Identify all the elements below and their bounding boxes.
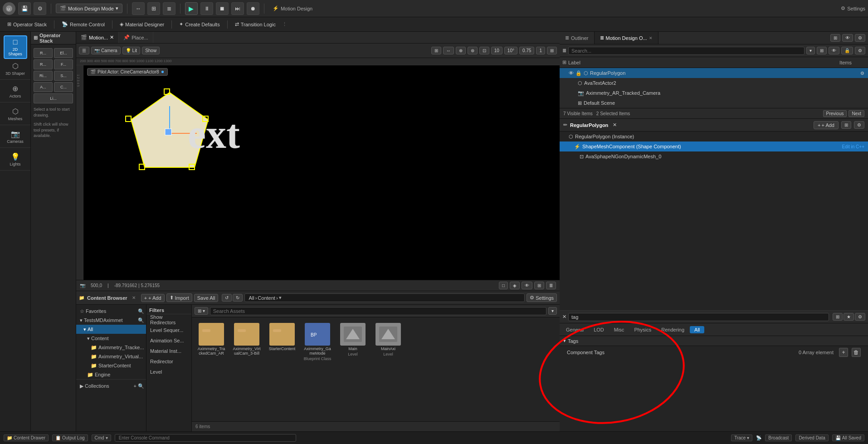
cb-axtrack[interactable]: 📁 Aximmetry_Tracke... — [76, 343, 146, 352]
save-icon-btn[interactable]: 💾 — [18, 2, 31, 15]
viewport-canvas[interactable]: 1 2 3 4 5 🎬 Pilot Actor: CineCameraActor… — [76, 65, 560, 280]
outliner-tab[interactable]: ≣ Outliner — [560, 32, 595, 44]
cb-nav-back[interactable]: ↺ — [222, 294, 232, 302]
vp-icon-5[interactable]: ⊡ — [479, 47, 489, 54]
cb-settings-btn[interactable]: ⚙ Settings — [527, 293, 557, 302]
asset-mainaxi[interactable]: MainAxi Level — [372, 321, 404, 363]
filter-physics[interactable]: Physics — [629, 326, 656, 333]
asset-main[interactable]: Main Level — [337, 321, 369, 363]
stop-btn[interactable]: ⏹ — [216, 2, 229, 15]
details-add-btn[interactable]: + + Add — [814, 121, 839, 129]
filter-lod[interactable]: LOD — [589, 326, 609, 333]
outliner-action-3[interactable]: ⚙ — [855, 34, 865, 42]
md-tab-close[interactable]: ✕ — [649, 36, 653, 40]
play-btn[interactable]: ▶ — [185, 2, 198, 15]
vp-status-btn2[interactable]: ◈ — [510, 282, 520, 289]
fav-search[interactable]: 🔍 — [138, 308, 144, 314]
grid-btn[interactable]: ⊞ — [147, 2, 160, 15]
create-defaults-btn[interactable]: ✦ Create Defaults — [176, 20, 223, 29]
vp-icon-1[interactable]: ⊞ — [431, 47, 441, 54]
details-shape-mesh[interactable]: ⚡ ShapeMeshComponent (Shape Component) E… — [560, 141, 868, 151]
rec-btn[interactable]: ⏺ — [247, 2, 259, 15]
tags-action-2[interactable]: ★ — [844, 313, 854, 321]
filter-levelseq[interactable]: Level Sequer... — [147, 325, 190, 335]
viewport-settings-btn[interactable]: ☰ — [79, 47, 89, 54]
camera-btn[interactable]: 📷 Camera — [91, 47, 121, 54]
sidebar-item-lights[interactable]: 💡 Lights — [4, 151, 27, 168]
sidebar-item-meshes[interactable]: ⬡ Meshes — [4, 105, 27, 123]
tags-action-3[interactable]: ⚙ — [855, 313, 865, 321]
skip-btn[interactable]: ⏭ — [231, 2, 244, 15]
rp-gear[interactable]: ⚙ — [860, 71, 864, 76]
vtab-motion-close[interactable]: ✕ — [110, 34, 114, 40]
sidebar-item-cameras[interactable]: 📷 Cameras — [4, 128, 27, 146]
derived-data-btn[interactable]: Derived Data — [795, 434, 828, 441]
vis-icon[interactable]: 👁 — [569, 70, 574, 76]
lit-btn[interactable]: 💡 Lit — [122, 47, 141, 54]
details-menu-2[interactable]: ⚙ — [854, 121, 864, 129]
outliner-default-scene[interactable]: ⊞ Default Scene — [560, 98, 868, 108]
operator-stack-btn[interactable]: ⊞ Operator Stack — [4, 20, 50, 29]
asset-starter[interactable]: StarterContent — [266, 321, 298, 363]
tag-add-btn[interactable]: + — [839, 348, 848, 357]
filter-rendering[interactable]: Rendering — [657, 326, 689, 333]
trace-btn[interactable]: Trace ▾ — [731, 434, 752, 441]
filter-misc[interactable]: Misc — [610, 326, 629, 333]
outliner-ar-camera[interactable]: 📷 Aximmetry_AR_Tracked_Camera — [560, 88, 868, 98]
cb-content[interactable]: ▾ Content — [76, 334, 146, 343]
coll-add[interactable]: + — [134, 383, 137, 389]
cb-engine[interactable]: 📁 Engine — [76, 370, 146, 379]
tool-el1[interactable]: El... — [54, 48, 73, 58]
prev-btn[interactable]: Previous — [823, 110, 847, 117]
outliner-regular-polygon[interactable]: 👁 🔒 ⬡ RegularPolygon ⚙ — [560, 68, 868, 78]
filter-general[interactable]: General — [561, 326, 588, 333]
outliner-action-2[interactable]: 👁 — [842, 34, 853, 42]
cb-starter[interactable]: 📁 StarterContent — [76, 361, 146, 370]
collections-btn[interactable]: ▶ Collections + 🔍 — [76, 381, 146, 390]
vp-fov[interactable]: 10° — [504, 47, 517, 54]
cb-sort-btn[interactable]: ⊞ ▾ — [195, 307, 208, 315]
cb-all[interactable]: ▾ All — [76, 325, 146, 334]
vp-status-btn3[interactable]: 👁 — [522, 282, 532, 289]
cb-close-btn[interactable]: ✕ — [132, 295, 136, 300]
asset-gamemode[interactable]: BP Aximmetry_GameMode Blueprint Class — [302, 321, 333, 363]
outliner-ava-text[interactable]: ⬡ AvaTextActor2 — [560, 78, 868, 88]
vp-status-btn1[interactable]: □ — [499, 282, 508, 289]
details-menu-1[interactable]: ⊞ — [841, 121, 851, 129]
cb-fav[interactable]: ☆ Favorites 🔍 — [76, 307, 146, 316]
coll-search[interactable]: 🔍 — [138, 383, 144, 389]
transition-logic-btn[interactable]: ⇄ Transition Logic — [231, 20, 279, 29]
cb-import-btn[interactable]: ⬆ Import — [166, 293, 192, 302]
mode-dropdown[interactable]: 🎬 Motion Design Mode ▾ — [56, 4, 122, 13]
asset-axtrack[interactable]: Aximmetry_TrackedCam_AR — [195, 321, 227, 363]
vtab-motion[interactable]: 🎬 Motion... ✕ — [76, 32, 119, 43]
outliner-search-input[interactable] — [568, 47, 805, 55]
sidebar-item-2d-shapes[interactable]: □ 2D Shapes — [4, 35, 27, 59]
cb-add-btn[interactable]: + + Add — [141, 294, 165, 302]
show-btn[interactable]: Show — [142, 47, 160, 54]
tag-delete-btn[interactable]: 🗑 — [852, 348, 861, 357]
all-saved-btn[interactable]: 💾 All Saved — [832, 434, 864, 441]
outliner-search-settings[interactable]: ▾ — [806, 47, 815, 54]
tool-li5[interactable]: Li... — [34, 93, 73, 103]
tool-s3[interactable]: S... — [54, 71, 73, 81]
broadcast-btn[interactable]: Broadcast — [765, 434, 792, 441]
content-drawer-btn[interactable]: 📁 Content Drawer — [4, 434, 49, 441]
lock-icon[interactable]: 🔒 — [575, 70, 582, 76]
cb-view-btn[interactable]: ▾ — [548, 307, 557, 315]
details-instance[interactable]: ⬡ RegularPolygon (Instance) — [560, 132, 868, 141]
material-designer-btn[interactable]: ◈ Material Designer — [116, 20, 168, 29]
next-btn[interactable]: Next — [848, 110, 864, 117]
asset-axvirt[interactable]: Aximmetry_VirtualCam_3-Bill — [231, 321, 263, 363]
tests-search[interactable]: 🔍 — [138, 317, 144, 323]
tool-f2[interactable]: F... — [54, 59, 73, 69]
settings-icon-btn[interactable]: ⚙ — [34, 2, 46, 15]
tool-r2[interactable]: R... — [34, 59, 53, 69]
filter-icon[interactable]: ≣ — [562, 48, 566, 54]
cmd-btn[interactable]: Cmd ▾ — [92, 434, 111, 441]
filter-redirectors[interactable]: Show Redirectors — [147, 315, 190, 325]
filter-redirector[interactable]: Redirector — [147, 356, 190, 366]
cb-path[interactable]: All › Content › ▾ — [244, 293, 525, 302]
settings-button[interactable]: ⚙ Settings — [841, 5, 865, 11]
more-btn[interactable]: ⋮ — [282, 21, 287, 27]
